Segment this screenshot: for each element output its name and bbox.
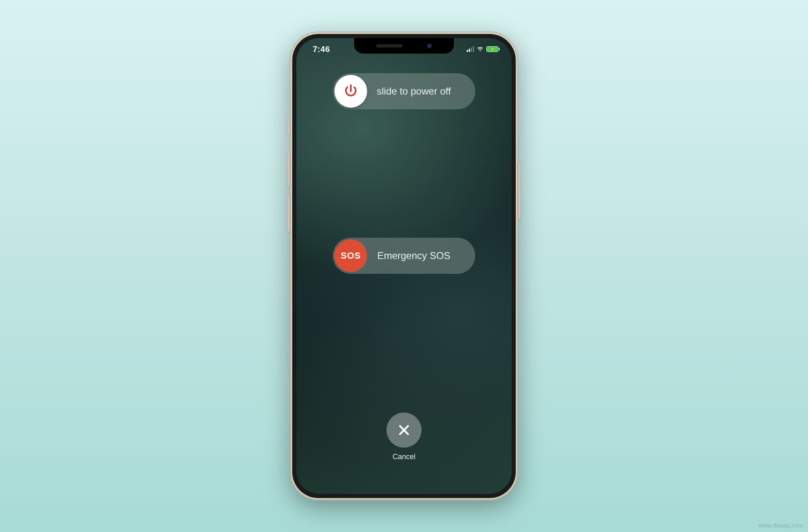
power-off-knob[interactable] [334, 75, 367, 108]
emergency-sos-slider[interactable]: SOS Emergency SOS [333, 238, 475, 274]
close-icon [397, 423, 411, 437]
cancel-label: Cancel [393, 453, 415, 461]
phone-frame: 7:46 ⚡ slide to power of [290, 32, 518, 500]
power-off-slider[interactable]: slide to power off [333, 73, 475, 109]
volume-down-button[interactable] [287, 195, 290, 232]
sos-knob-text: SOS [341, 250, 361, 261]
battery-charging-icon: ⚡ [486, 46, 499, 52]
cellular-signal-icon [467, 46, 474, 52]
wifi-icon [476, 46, 484, 52]
emergency-sos-knob[interactable]: SOS [334, 239, 367, 272]
side-power-button[interactable] [518, 162, 521, 220]
earpiece-speaker [376, 44, 402, 47]
status-time: 7:46 [308, 45, 330, 54]
power-icon [343, 84, 358, 99]
cancel-group: Cancel [386, 413, 422, 461]
power-off-label: slide to power off [369, 86, 475, 97]
mute-switch[interactable] [287, 117, 290, 135]
emergency-sos-label: Emergency SOS [369, 250, 475, 261]
cancel-button[interactable] [386, 413, 422, 448]
notch [354, 38, 454, 54]
watermark-text: www.deuaq.com [758, 522, 803, 529]
front-camera [427, 43, 432, 48]
screen: 7:46 ⚡ slide to power of [296, 38, 512, 494]
status-right-cluster: ⚡ [467, 46, 500, 52]
volume-up-button[interactable] [287, 150, 290, 187]
